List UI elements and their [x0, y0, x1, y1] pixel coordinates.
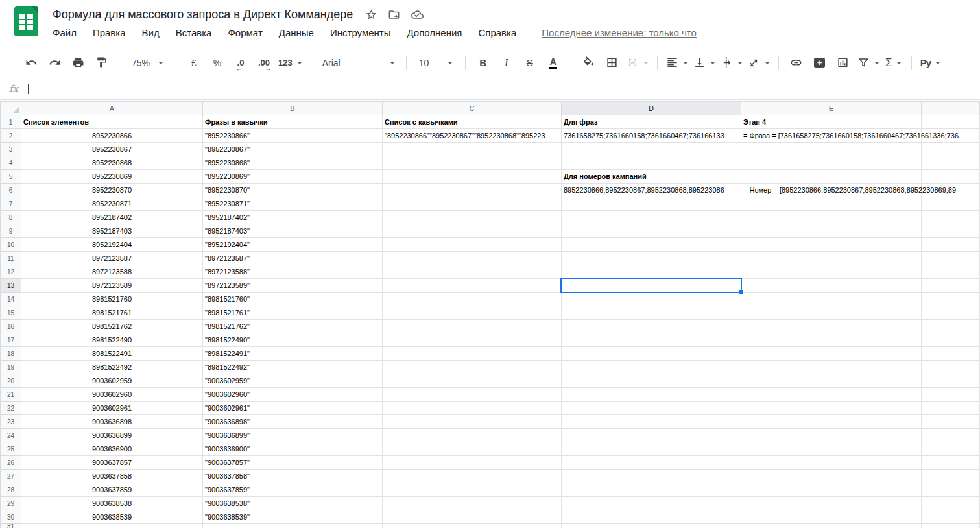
cell-F15[interactable] [922, 306, 980, 320]
cell-F28[interactable] [922, 483, 980, 497]
cell-B24[interactable]: "9003636899" [203, 429, 383, 442]
cell-F31[interactable] [922, 524, 980, 528]
cell-D16[interactable] [562, 320, 741, 333]
insert-comment-button[interactable]: + [811, 52, 829, 74]
row-header-21[interactable]: 21 [0, 388, 21, 402]
cell-B30[interactable]: "9003638539" [203, 510, 383, 524]
row-header-5[interactable]: 5 [0, 170, 21, 184]
cell-E30[interactable] [741, 510, 922, 524]
cell-D1[interactable]: Для фраз [562, 115, 741, 129]
cell-B9[interactable]: "8952187403" [203, 224, 383, 238]
cell-A21[interactable]: 9003602960 [21, 388, 203, 402]
row-header-22[interactable]: 22 [0, 402, 21, 415]
cell-F23[interactable] [922, 415, 980, 429]
cell-B8[interactable]: "8952187402" [203, 211, 383, 224]
cell-C5[interactable] [383, 170, 562, 184]
cell-A12[interactable]: 8972123588 [21, 265, 203, 279]
cell-C11[interactable] [383, 252, 562, 265]
cell-C18[interactable] [383, 347, 562, 361]
cell-E28[interactable] [741, 483, 922, 497]
cell-A25[interactable]: 9003636900 [21, 442, 203, 456]
row-header-8[interactable]: 8 [0, 211, 21, 224]
cell-E27[interactable] [741, 470, 922, 483]
cell-A27[interactable]: 9003637858 [21, 470, 203, 483]
row-header-4[interactable]: 4 [0, 156, 21, 170]
row-header-18[interactable]: 18 [0, 347, 21, 361]
cell-F8[interactable] [922, 211, 980, 224]
row-header-31[interactable]: 31 [0, 524, 21, 528]
cell-D10[interactable] [562, 238, 741, 252]
cell-B6[interactable]: "8952230870" [203, 184, 383, 197]
cell-B20[interactable]: "9003602959" [203, 374, 383, 388]
cell-A31[interactable]: 9003638540 [21, 524, 203, 528]
row-header-16[interactable]: 16 [0, 320, 21, 333]
cell-A22[interactable]: 9003602961 [21, 402, 203, 415]
cell-B23[interactable]: "9003636898" [203, 415, 383, 429]
cell-C1[interactable]: Список с кавычками [383, 115, 562, 129]
cell-F21[interactable] [922, 388, 980, 402]
cell-C13[interactable] [383, 279, 562, 293]
cell-F9[interactable] [922, 224, 980, 238]
cell-A19[interactable]: 8981522492 [21, 361, 203, 374]
cell-C15[interactable] [383, 306, 562, 320]
row-header-30[interactable]: 30 [0, 510, 21, 524]
cell-A8[interactable]: 8952187402 [21, 211, 203, 224]
cell-B5[interactable]: "8952230869" [203, 170, 383, 184]
cell-D26[interactable] [562, 456, 741, 470]
cell-B4[interactable]: "8952230868" [203, 156, 383, 170]
cell-E25[interactable] [741, 442, 922, 456]
star-icon[interactable] [365, 8, 377, 21]
cell-A23[interactable]: 9003636898 [21, 415, 203, 429]
row-header-12[interactable]: 12 [0, 265, 21, 279]
cell-B7[interactable]: "8952230871" [203, 197, 383, 211]
cell-B18[interactable]: "8981522491" [203, 347, 383, 361]
cell-F11[interactable] [922, 252, 980, 265]
cell-C8[interactable] [383, 211, 562, 224]
cell-D3[interactable] [562, 143, 741, 156]
cell-E5[interactable] [741, 170, 922, 184]
cell-E23[interactable] [741, 415, 922, 429]
row-header-2[interactable]: 2 [0, 129, 21, 143]
cell-F7[interactable] [922, 197, 980, 211]
cell-A3[interactable]: 8952230867 [21, 143, 203, 156]
increase-decimal-button[interactable]: .00→ [255, 52, 273, 74]
document-title[interactable]: Формула для массового запроса в Директ К… [53, 8, 353, 21]
cell-A17[interactable]: 8981522490 [21, 333, 203, 347]
row-header-13[interactable]: 13 [0, 279, 21, 293]
cell-F10[interactable] [922, 238, 980, 252]
cell-E16[interactable] [741, 320, 922, 333]
cell-C17[interactable] [383, 333, 562, 347]
cell-A14[interactable]: 8981521760 [21, 293, 203, 306]
cell-A28[interactable]: 9003637859 [21, 483, 203, 497]
cell-E24[interactable] [741, 429, 922, 442]
font-size-select[interactable]: 10 [419, 58, 453, 68]
cell-E1[interactable]: Этап 4 [741, 115, 922, 129]
cell-C29[interactable] [383, 497, 562, 510]
menu-help[interactable]: Справка [478, 27, 516, 38]
cell-E2[interactable]: = Фраза = [7361658275;7361660158;7361660… [741, 129, 922, 143]
cell-A9[interactable]: 8952187403 [21, 224, 203, 238]
cell-A11[interactable]: 8972123587 [21, 252, 203, 265]
cell-B14[interactable]: "8981521760" [203, 293, 383, 306]
cell-E26[interactable] [741, 456, 922, 470]
cell-B22[interactable]: "9003602961" [203, 402, 383, 415]
cell-F1[interactable] [922, 115, 980, 129]
column-header-A[interactable]: A [21, 101, 203, 115]
cell-D11[interactable] [562, 252, 741, 265]
row-header-24[interactable]: 24 [0, 429, 21, 442]
cell-E11[interactable] [741, 252, 922, 265]
cell-E12[interactable] [741, 265, 922, 279]
row-header-11[interactable]: 11 [0, 252, 21, 265]
cell-E7[interactable] [741, 197, 922, 211]
cell-C24[interactable] [383, 429, 562, 442]
column-header-B[interactable]: B [203, 101, 383, 115]
cell-C21[interactable] [383, 388, 562, 402]
cell-D8[interactable] [562, 211, 741, 224]
horizontal-align-button[interactable] [666, 52, 688, 74]
vertical-align-button[interactable] [693, 52, 715, 74]
row-header-14[interactable]: 14 [0, 293, 21, 306]
cell-E29[interactable] [741, 497, 922, 510]
menu-addons[interactable]: Дополнения [407, 27, 462, 38]
cell-E6[interactable]: = Номер = [8952230866;8952230867;8952230… [741, 184, 922, 197]
menu-data[interactable]: Данные [279, 27, 314, 38]
